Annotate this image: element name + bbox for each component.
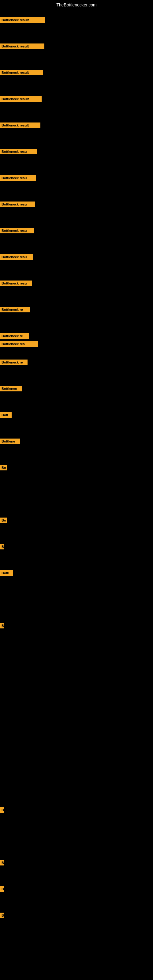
bottleneck-badge: B xyxy=(0,913,4,918)
bottleneck-badge: Bo xyxy=(0,517,7,523)
bottleneck-badge: B xyxy=(0,886,4,892)
bottleneck-badge: Bottleneck resu xyxy=(0,175,36,181)
bottleneck-badge: Bottleneck resu xyxy=(0,202,35,207)
site-title: TheBottlenecker.com xyxy=(56,2,97,7)
bottleneck-badge: Bottleneck resu xyxy=(0,228,34,233)
bottleneck-badge: Bott xyxy=(0,412,12,418)
bottleneck-badge: Bottleneck resu xyxy=(0,254,33,260)
bottleneck-badge: B xyxy=(0,623,4,628)
bottleneck-badge: Bottleneck re xyxy=(0,307,30,312)
bottleneck-badge: Bottleneck result xyxy=(0,43,45,49)
bottleneck-badge: Bottlenec xyxy=(0,386,22,391)
bottleneck-badge: B xyxy=(0,807,4,813)
bottleneck-badge: Bo xyxy=(0,465,7,470)
bottleneck-badge: Bottleneck result xyxy=(0,70,43,75)
bottleneck-badge: Bottleneck result xyxy=(0,123,40,128)
bottleneck-badge: B xyxy=(0,544,4,549)
bottleneck-badge: Bottleneck result xyxy=(0,17,45,23)
bottleneck-badge: Bottlene xyxy=(0,439,20,444)
bottleneck-badge: Bottleneck resu xyxy=(0,149,37,154)
bottleneck-badge: Bottleneck res xyxy=(0,341,38,347)
bottleneck-badge: B xyxy=(0,860,4,865)
bottleneck-badge: Bottleneck result xyxy=(0,96,41,102)
bottleneck-badge: Bottleneck re xyxy=(0,333,29,339)
bottleneck-badge: Bottleneck resu xyxy=(0,280,32,286)
bottleneck-badge: Bottleneck re xyxy=(0,360,27,365)
bottleneck-badge: Bottl xyxy=(0,570,13,576)
